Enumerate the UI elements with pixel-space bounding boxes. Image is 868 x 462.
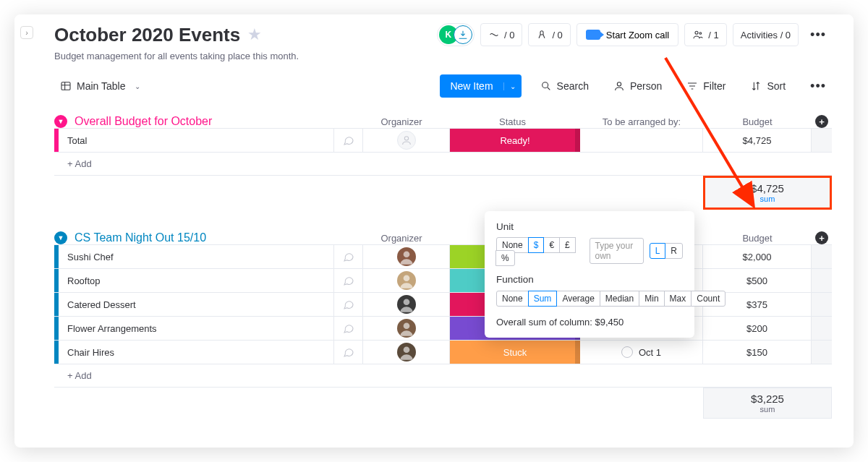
table-row[interactable]: Chair Hires Stuck Oct 1 $150 xyxy=(54,340,832,364)
organizer-cell[interactable] xyxy=(363,245,450,268)
add-item-row[interactable]: + Add xyxy=(54,364,832,388)
column-header-status[interactable]: Status xyxy=(445,116,580,127)
conversation-icon[interactable] xyxy=(334,245,363,268)
add-item-row[interactable]: + Add xyxy=(54,152,832,176)
group-title[interactable]: CS Team Night Out 15/10 xyxy=(75,231,206,244)
column-header-budget[interactable]: Budget xyxy=(703,116,812,127)
align-option[interactable]: L xyxy=(650,243,666,259)
unit-option[interactable]: % xyxy=(495,250,515,266)
unit-options: None$€£% Type your own LR xyxy=(496,238,683,264)
new-item-dropdown[interactable]: ⌄ xyxy=(503,82,522,90)
column-summary-text: Overall sum of column: $9,450 xyxy=(496,317,683,328)
board-subscribers[interactable]: K xyxy=(437,23,475,46)
align-option[interactable]: R xyxy=(665,243,683,259)
item-name-cell[interactable]: Sushi Chef xyxy=(59,245,334,268)
board-header: October 2020 Events ★ K / 0 / 0 xyxy=(14,23,854,61)
function-option[interactable]: Count xyxy=(691,291,726,307)
circle-icon xyxy=(621,346,633,358)
search-button[interactable]: Search xyxy=(535,77,595,95)
budget-cell[interactable]: $2,000 xyxy=(703,245,812,268)
sort-button[interactable]: Sort xyxy=(744,77,791,95)
conversation-icon[interactable] xyxy=(334,341,363,364)
conversation-icon[interactable] xyxy=(334,129,363,152)
svg-point-7 xyxy=(403,275,409,281)
budget-cell[interactable]: $4,725 xyxy=(703,129,812,152)
board-toolbar: Main Table ⌄ New Item ⌄ Search Person Fi… xyxy=(14,61,854,108)
item-name-cell[interactable]: Flower Arrangements xyxy=(59,317,334,340)
budget-sum-cell[interactable]: $3,225 sum xyxy=(703,388,832,419)
toolbar-more-menu[interactable]: ••• xyxy=(804,76,832,97)
date-cell[interactable]: Oct 1 xyxy=(580,341,703,364)
organizer-cell[interactable] xyxy=(363,269,450,292)
unit-option[interactable]: $ xyxy=(528,237,545,253)
avatar xyxy=(397,319,416,338)
date-cell[interactable] xyxy=(580,129,703,152)
custom-unit-input[interactable]: Type your own xyxy=(590,238,643,264)
svg-rect-2 xyxy=(61,82,70,90)
budget-cell[interactable]: $500 xyxy=(703,269,812,292)
organizer-cell[interactable] xyxy=(363,293,450,316)
zoom-icon xyxy=(586,30,600,40)
function-option[interactable]: Average xyxy=(556,291,600,307)
group-title[interactable]: Overall Budget for October xyxy=(75,115,212,128)
new-item-button[interactable]: New Item ⌄ xyxy=(440,74,521,98)
budget-cell[interactable]: $150 xyxy=(703,341,812,364)
conversation-icon[interactable] xyxy=(334,269,363,292)
unit-option[interactable]: € xyxy=(543,237,560,253)
invite-icon xyxy=(454,25,472,44)
avatar xyxy=(397,247,416,266)
organizer-cell[interactable] xyxy=(363,317,450,340)
activities-pill[interactable]: Activities / 0 xyxy=(733,23,799,46)
start-zoom-button[interactable]: Start Zoom call xyxy=(576,23,678,46)
organizer-cell[interactable] xyxy=(363,341,450,364)
board-container: › October 2020 Events ★ K / 0 xyxy=(14,14,854,448)
favorite-star-icon[interactable]: ★ xyxy=(247,25,262,44)
budget-cell[interactable]: $200 xyxy=(703,317,812,340)
person-placeholder-icon xyxy=(397,131,416,150)
svg-point-0 xyxy=(695,31,698,34)
add-column-button[interactable]: + xyxy=(815,115,828,128)
svg-point-9 xyxy=(403,322,409,329)
group-collapse-toggle[interactable]: ▼ xyxy=(54,231,67,244)
status-cell[interactable]: Ready! xyxy=(450,129,580,152)
conversation-icon[interactable] xyxy=(334,293,363,316)
function-option[interactable]: Max xyxy=(664,291,692,307)
table-row[interactable]: Flower Arrangements Working on it Sep 25… xyxy=(54,316,832,340)
column-header-organizer[interactable]: Organizer xyxy=(358,233,445,244)
column-header-budget[interactable]: Budget xyxy=(703,233,812,244)
integrations-pill[interactable]: / 0 xyxy=(528,23,570,46)
function-option[interactable]: None xyxy=(496,291,529,307)
item-name-cell[interactable]: Chair Hires xyxy=(59,341,334,364)
collapse-sidebar-button[interactable]: › xyxy=(20,26,33,39)
svg-point-8 xyxy=(403,299,409,305)
function-option[interactable]: Median xyxy=(600,291,639,307)
board-title[interactable]: October 2020 Events xyxy=(54,24,240,46)
column-header-date[interactable]: To be arranged by: xyxy=(580,116,703,127)
board-subtitle[interactable]: Budget management for all events taking … xyxy=(54,51,832,61)
function-option[interactable]: Min xyxy=(639,291,664,307)
function-option[interactable]: Sum xyxy=(528,291,558,307)
item-name-cell[interactable]: Rooftop xyxy=(59,269,334,292)
organizer-cell[interactable] xyxy=(363,129,450,152)
conversation-icon[interactable] xyxy=(334,317,363,340)
group-collapse-toggle[interactable]: ▼ xyxy=(54,115,67,128)
column-header-organizer[interactable]: Organizer xyxy=(358,116,445,127)
filter-button[interactable]: Filter xyxy=(681,77,731,95)
table-row[interactable]: Total Ready! $4,725 xyxy=(54,128,832,152)
unit-option[interactable]: £ xyxy=(559,237,576,253)
status-cell[interactable]: Stuck xyxy=(450,341,580,364)
person-filter-button[interactable]: Person xyxy=(608,77,668,95)
item-name-cell[interactable]: Catered Dessert xyxy=(59,293,334,316)
table-row[interactable]: Rooftop Waiting fo $500 xyxy=(54,268,832,292)
group-cs-team-night: ▼ CS Team Night Out 15/10 Organizer S Bu… xyxy=(54,231,832,419)
view-switcher[interactable]: Main Table ⌄ xyxy=(54,77,146,95)
members-pill[interactable]: / 1 xyxy=(684,23,726,46)
budget-sum-cell[interactable]: $4,725 sum xyxy=(703,176,832,210)
chevron-down-icon: ⌄ xyxy=(135,82,140,90)
item-name-cell[interactable]: Total xyxy=(59,129,334,152)
board-more-menu[interactable]: ••• xyxy=(804,25,832,46)
table-row[interactable]: Sushi Chef To be $2,000 xyxy=(54,244,832,268)
add-column-button[interactable]: + xyxy=(815,231,828,244)
automations-pill[interactable]: / 0 xyxy=(480,23,522,46)
svg-point-6 xyxy=(403,251,409,257)
